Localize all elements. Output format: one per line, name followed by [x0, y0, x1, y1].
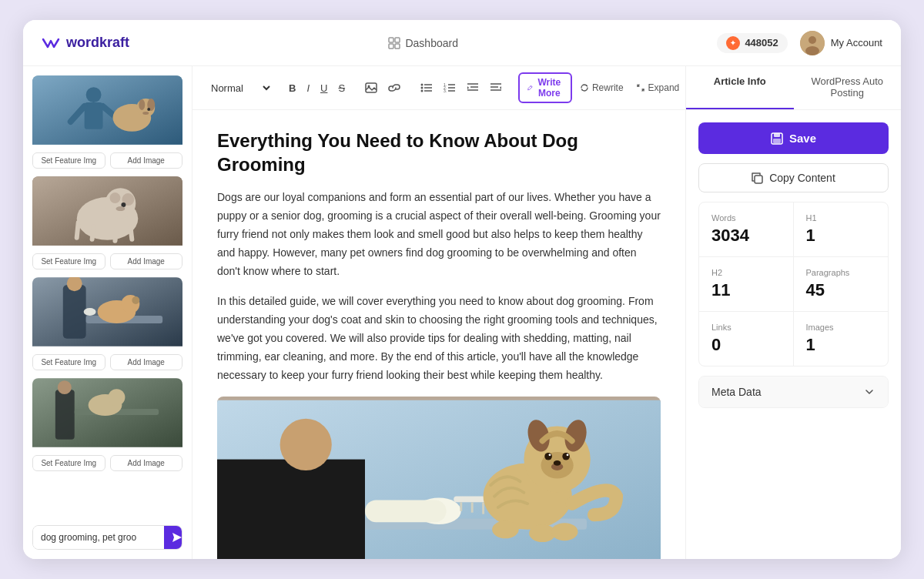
svg-point-87 — [549, 454, 551, 457]
image-icon — [365, 82, 377, 93]
indent-right-icon — [490, 82, 502, 93]
tab-wordpress[interactable]: WordPress Auto Posting — [794, 66, 902, 109]
search-input[interactable] — [33, 526, 164, 549]
strikethrough-button[interactable]: S — [334, 79, 349, 97]
words-label: Words — [711, 213, 781, 223]
credits-dot-icon: ✦ — [726, 36, 740, 50]
account-label: My Account — [831, 37, 882, 49]
article-paragraph-2: In this detailed guide, we will cover ev… — [217, 293, 661, 384]
indent-right-button[interactable] — [486, 79, 506, 96]
image-actions-2: Set Feature Img Add Image — [32, 249, 182, 271]
svg-point-37 — [132, 296, 139, 304]
add-image-btn-4[interactable]: Add Image — [110, 455, 183, 471]
svg-point-41 — [58, 380, 72, 394]
set-feature-img-btn-3[interactable]: Set Feature Img — [32, 354, 105, 370]
svg-point-51 — [421, 90, 424, 92]
links-value: 0 — [711, 335, 781, 355]
logo: wordkraft — [42, 35, 129, 51]
svg-point-18 — [142, 112, 149, 115]
svg-point-91 — [492, 521, 519, 539]
copy-content-label: Copy Content — [769, 172, 835, 184]
save-label: Save — [789, 132, 816, 145]
svg-rect-1 — [395, 38, 400, 42]
image-actions-3: Set Feature Img Add Image — [32, 350, 182, 372]
toolbar: Normal Heading 1 Heading 2 Heading 3 B I… — [192, 66, 685, 110]
svg-point-85 — [544, 453, 552, 460]
content-editor[interactable]: Everything You Need to Know About Dog Gr… — [192, 110, 685, 559]
sidebar-image-3 — [32, 277, 182, 346]
dashboard-icon — [388, 37, 400, 49]
image-card-3: Set Feature Img Add Image — [32, 277, 182, 372]
links-label: Links — [711, 323, 781, 332]
svg-point-26 — [116, 206, 125, 211]
list-ol-button[interactable]: 1. 2. 3. — [440, 79, 460, 96]
h1-label: H1 — [806, 213, 876, 223]
underline-button[interactable]: U — [316, 79, 331, 97]
editor-area: Normal Heading 1 Heading 2 Heading 3 B I… — [192, 66, 685, 559]
svg-point-90 — [554, 460, 561, 466]
image-card-4: Set Feature Img Add Image — [32, 378, 182, 473]
copy-content-button[interactable]: Copy Content — [698, 163, 889, 192]
expand-icon — [636, 83, 645, 92]
article-paragraph-1: Dogs are our loyal companions and form a… — [217, 189, 661, 280]
svg-point-24 — [109, 192, 120, 203]
add-image-btn-3[interactable]: Add Image — [110, 354, 183, 370]
image-toolbar-button[interactable] — [361, 79, 381, 96]
sidebar-image-1 — [32, 75, 182, 145]
svg-line-27 — [77, 223, 79, 238]
h2-label: H2 — [711, 268, 781, 277]
paragraphs-label: Paragraphs — [806, 268, 876, 277]
meta-data-header[interactable]: Meta Data — [699, 377, 888, 407]
set-feature-img-btn-2[interactable]: Set Feature Img — [32, 253, 105, 269]
credits-badge: ✦ 448052 — [717, 33, 787, 53]
logo-icon — [42, 36, 60, 50]
rewrite-button[interactable]: Rewrite — [575, 79, 628, 96]
svg-line-28 — [92, 226, 94, 239]
words-value: 3034 — [711, 226, 781, 246]
dashboard-label: Dashboard — [405, 37, 458, 49]
h2-value: 11 — [711, 280, 781, 300]
right-panel-content: Save Copy Content Words 3034 — [686, 110, 901, 420]
save-button[interactable]: Save — [698, 122, 889, 154]
svg-point-25 — [121, 202, 126, 207]
svg-point-88 — [567, 454, 569, 457]
write-more-button[interactable]: Write More — [518, 72, 572, 103]
svg-rect-2 — [389, 44, 393, 49]
add-image-btn-1[interactable]: Add Image — [110, 152, 183, 169]
right-panel-tabs: Article Info WordPress Auto Posting — [686, 66, 901, 110]
svg-text:3.: 3. — [444, 89, 447, 93]
svg-rect-68 — [217, 460, 365, 559]
svg-point-16 — [139, 99, 145, 110]
svg-rect-3 — [395, 44, 400, 49]
indent-left-icon — [467, 82, 479, 93]
bold-button[interactable]: B — [285, 79, 300, 97]
avatar-image — [800, 31, 825, 55]
indent-left-button[interactable] — [463, 79, 483, 96]
header-right: ✦ 448052 My Account — [717, 31, 882, 55]
dashboard-nav[interactable]: Dashboard — [388, 37, 458, 49]
stat-paragraphs: Paragraphs 45 — [794, 257, 889, 311]
italic-button[interactable]: I — [303, 79, 313, 97]
svg-point-47 — [421, 84, 424, 86]
tab-article-info[interactable]: Article Info — [686, 66, 794, 109]
expand-button[interactable]: Expand — [631, 79, 685, 96]
svg-point-17 — [147, 108, 150, 111]
logo-text: wordkraft — [66, 35, 129, 51]
link-toolbar-button[interactable] — [384, 79, 404, 96]
set-feature-img-btn-4[interactable]: Set Feature Img — [32, 455, 105, 471]
write-more-icon — [527, 83, 533, 92]
set-feature-img-btn-1[interactable]: Set Feature Img — [32, 152, 105, 169]
account-button[interactable]: My Account — [800, 31, 882, 55]
list-ol-icon: 1. 2. 3. — [444, 82, 456, 93]
svg-rect-96 — [773, 139, 781, 143]
add-image-btn-2[interactable]: Add Image — [110, 253, 183, 269]
search-send-button[interactable] — [164, 526, 182, 549]
list-ul-button[interactable] — [417, 79, 437, 96]
chevron-down-icon — [863, 386, 875, 398]
images-label: Images — [806, 323, 876, 332]
format-select[interactable]: Normal Heading 1 Heading 2 Heading 3 — [205, 80, 273, 96]
main-body: Set Feature Img Add Image — [23, 66, 901, 559]
stats-grid: Words 3034 H1 1 H2 11 Paragraphs 45 — [698, 202, 889, 366]
svg-point-38 — [84, 308, 96, 316]
list-ul-icon — [420, 82, 433, 93]
